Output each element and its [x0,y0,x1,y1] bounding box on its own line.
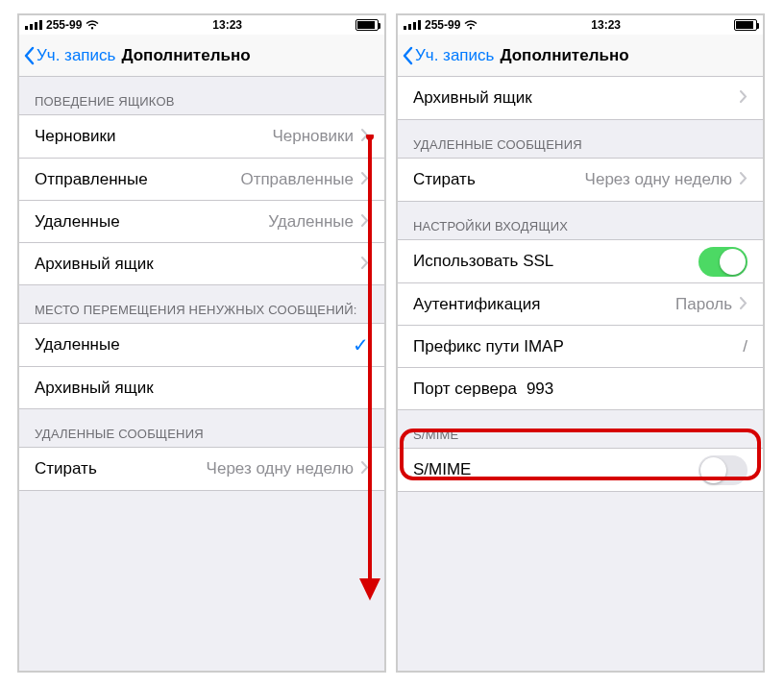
row-archive[interactable]: Архивный ящик [19,242,384,284]
erase-label: Стирать [413,170,585,189]
status-bar: 255-99 13:23 [19,15,384,35]
phone-right: 255-99 13:23 Уч. запись Дополнительно Ар… [396,13,765,673]
status-time: 13:23 [212,18,242,32]
erase-value: Через одну неделю [585,170,732,189]
wifi-icon [464,20,478,30]
row-authentication[interactable]: Аутентификация Пароль [398,282,763,325]
archive-label: Архивный ящик [413,88,740,108]
sent-value: Отправленные [240,170,354,189]
opt-archive-label: Архивный ящик [35,379,369,398]
settings-content: Архивный ящик УДАЛЕННЫЕ СООБЩЕНИЯ Стират… [398,77,763,492]
chevron-right-icon [361,212,369,232]
nav-title: Дополнительно [500,46,628,65]
smime-toggle[interactable] [698,455,747,485]
checkmark-icon: ✓ [353,333,369,356]
group-smime: S/MIME [398,448,763,492]
back-button[interactable]: Уч. запись [398,46,494,65]
smime-label: S/MIME [413,460,698,479]
opt-deleted-label: Удаленные [35,335,353,355]
chevron-right-icon [740,88,747,108]
row-server-port[interactable]: Порт сервера 993 [398,367,763,409]
chevron-right-icon [740,170,747,189]
nav-bar: Уч. запись Дополнительно [19,35,384,77]
server-port-label: Порт сервера [413,380,517,399]
group-deleted-messages: Стирать Через одну неделю [398,158,763,202]
chevron-right-icon [361,127,369,146]
chevron-left-icon [23,46,35,65]
erase-value: Через одну неделю [207,459,354,478]
drafts-label: Черновики [35,127,272,146]
row-deleted[interactable]: Удаленные Удаленные [19,200,384,242]
section-incoming-settings: НАСТРОЙКИ ВХОДЯЩИХ [398,202,763,239]
ssl-toggle[interactable] [698,247,747,277]
chevron-right-icon [740,295,747,314]
drafts-value: Черновики [272,127,354,146]
signal-icon [25,20,42,30]
status-bar: 255-99 13:23 [398,15,763,35]
imap-prefix-label: Префикс пути IMAP [413,337,737,356]
chevron-right-icon [361,459,369,478]
section-deleted-messages: УДАЛЕННЫЕ СООБЩЕНИЯ [398,120,763,158]
nav-bar: Уч. запись Дополнительно [398,35,763,77]
chevron-left-icon [402,46,413,65]
imap-prefix-value: / [743,337,747,356]
archive-label: Архивный ящик [35,255,361,274]
section-smime: S/MIME [398,410,763,448]
row-sent[interactable]: Отправленные Отправленные [19,158,384,200]
group-move-discarded: Удаленные ✓ Архивный ящик [19,323,384,409]
carrier-label: 255-99 [46,18,82,32]
row-imap-prefix[interactable]: Префикс пути IMAP / [398,325,763,367]
phone-left: 255-99 13:23 Уч. запись Дополнительно ПО… [17,13,386,673]
row-erase[interactable]: Стирать Через одну неделю [19,448,384,490]
settings-content: ПОВЕДЕНИЕ ЯЩИКОВ Черновики Черновики Отп… [19,77,384,491]
battery-icon [734,19,757,31]
server-port-value: 993 [527,380,553,399]
section-move-discarded: МЕСТО ПЕРЕМЕЩЕНИЯ НЕНУЖНЫХ СООБЩЕНИЙ: [19,285,384,323]
row-drafts[interactable]: Черновики Черновики [19,115,384,158]
group-incoming-settings: Использовать SSL Аутентификация Пароль П… [398,239,763,410]
group-archive-partial: Архивный ящик [398,77,763,120]
sent-label: Отправленные [35,170,240,189]
signal-icon [404,20,421,30]
row-use-ssl[interactable]: Использовать SSL [398,240,763,282]
chevron-right-icon [361,255,369,274]
battery-icon [355,19,379,31]
row-archive[interactable]: Архивный ящик [398,77,763,119]
back-label: Уч. запись [37,46,115,65]
section-deleted-messages: УДАЛЕННЫЕ СООБЩЕНИЯ [19,409,384,447]
nav-title: Дополнительно [121,46,250,65]
erase-label: Стирать [35,459,207,478]
deleted-value: Удаленные [268,212,354,232]
back-button[interactable]: Уч. запись [19,46,115,65]
back-label: Уч. запись [415,46,494,65]
carrier-label: 255-99 [425,18,460,32]
deleted-label: Удаленные [35,212,268,232]
status-time: 13:23 [591,18,621,32]
row-opt-archive[interactable]: Архивный ящик [19,366,384,408]
group-mailbox-behaviors: Черновики Черновики Отправленные Отправл… [19,114,384,285]
chevron-right-icon [361,170,369,189]
auth-label: Аутентификация [413,295,675,314]
wifi-icon [86,20,99,30]
group-deleted-messages: Стирать Через одну неделю [19,447,384,491]
ssl-label: Использовать SSL [413,252,698,271]
row-opt-deleted[interactable]: Удаленные ✓ [19,324,384,366]
section-mailbox-behaviors: ПОВЕДЕНИЕ ЯЩИКОВ [19,77,384,114]
row-smime[interactable]: S/MIME [398,449,763,491]
auth-value: Пароль [675,295,732,314]
row-erase[interactable]: Стирать Через одну неделю [398,159,763,201]
